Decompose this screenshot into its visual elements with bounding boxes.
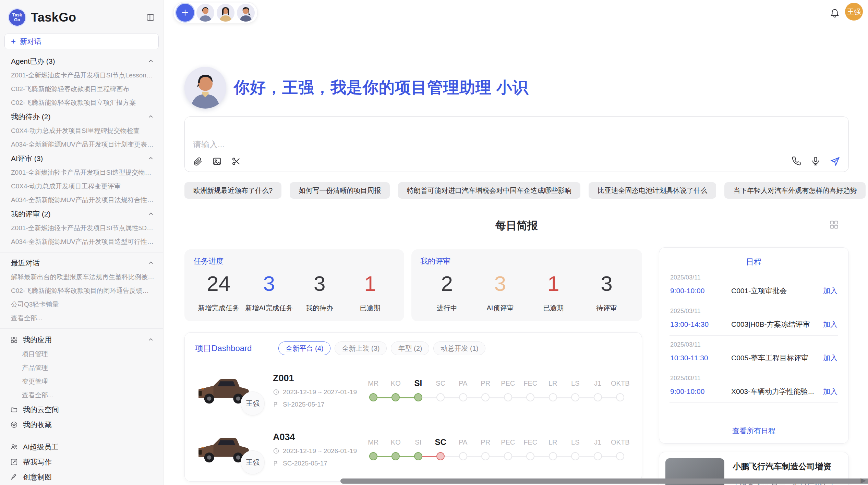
event-join-link[interactable]: 加入 xyxy=(823,353,837,363)
sidebar-collapse-icon[interactable] xyxy=(146,13,155,22)
event-time: 13:00-14:30 xyxy=(670,320,731,328)
dashboard-tabs: 全新平台 (4) 全新上装 (3) 年型 (2) 动总开发 (1) xyxy=(278,341,485,355)
sidebar-section: 我的待办 (2) C0X4-动力总成开发项目SI里程碑提交物检查 A034-全新… xyxy=(0,110,163,151)
milestone-label: MR xyxy=(362,377,385,389)
project-row[interactable]: 王强 A034 2023-12-19 ~ 2026-01-19 xyxy=(195,426,631,473)
flag-icon xyxy=(273,460,279,467)
sidebar-item-draw[interactable]: 创意制图 xyxy=(0,470,163,485)
event-join-link[interactable]: 加入 xyxy=(823,387,837,396)
attachment-icon[interactable] xyxy=(193,157,203,166)
daily-brief-title: 每日简报 xyxy=(184,219,849,233)
avatar[interactable] xyxy=(196,4,214,22)
image-icon[interactable] xyxy=(212,157,222,166)
sidebar-section-header[interactable]: 我的评审 (2) xyxy=(0,207,163,221)
recent-chat-item[interactable]: 公司Q3轻卡销量 xyxy=(0,298,163,311)
milestone-node xyxy=(549,393,557,401)
sidebar-task-item[interactable]: A034-全新新能源MUV产品开发项目造型可行性评审 xyxy=(0,235,163,249)
milestone-label: LS xyxy=(564,377,587,389)
chevron-up-icon[interactable] xyxy=(147,336,154,343)
stat-label: 进行中 xyxy=(420,303,473,313)
phone-icon[interactable] xyxy=(792,156,801,166)
sidebar-task-item[interactable]: A034-全新新能源MUV产品开发项目法规符合性评审 xyxy=(0,193,163,207)
app-child-item[interactable]: 项目管理 xyxy=(0,347,163,361)
app-child-item[interactable]: 查看全部... xyxy=(0,388,163,402)
send-icon[interactable] xyxy=(830,156,840,166)
sidebar-item-cloud-space[interactable]: 我的云空间 xyxy=(0,402,163,417)
suggestion-chip[interactable]: 如何写一份清晰的项目周报 xyxy=(290,182,390,199)
sidebar-section-header[interactable]: AI评审 (3) xyxy=(0,151,163,166)
favorites-icon xyxy=(10,421,18,428)
suggestion-chip[interactable]: 特朗普可能对进口汽车增税会对中国车企造成哪些影响 xyxy=(398,182,580,199)
milestone-label: PR xyxy=(474,436,497,448)
suggestion-chip[interactable]: 比亚迪全固态电池计划具体说了什么 xyxy=(589,182,716,199)
cloud-space-icon xyxy=(10,406,18,413)
layout-grid-icon[interactable] xyxy=(829,220,839,231)
app-child-item[interactable]: 变更管理 xyxy=(0,375,163,388)
avatar[interactable] xyxy=(217,4,234,22)
project-row[interactable]: 王强 Z001 2023-12-19 ~ 2027-01-19 xyxy=(195,367,631,414)
event-join-link[interactable]: 加入 xyxy=(823,320,837,329)
sidebar-task-item[interactable]: Z001-全新燃油皮卡产品开发项目SI节点Lesson Learn报告 xyxy=(0,69,163,82)
sidebar-section-header[interactable]: 我的待办 (2) xyxy=(0,110,163,124)
milestone-timeline: MR KO xyxy=(362,377,631,401)
sidebar-task-item[interactable]: C02-飞腾新能源轻客改款项目立项汇报方案 xyxy=(0,96,163,110)
chevron-up-icon[interactable] xyxy=(147,113,154,120)
people-icon xyxy=(10,443,18,451)
view-all-schedule-link[interactable]: 查看所有日程 xyxy=(670,421,838,438)
avatar[interactable] xyxy=(237,4,255,22)
project-flag-date: SC-2025-05-17 xyxy=(283,460,327,467)
microphone-icon[interactable] xyxy=(811,156,820,166)
logo-line-2: Go xyxy=(14,17,20,22)
scissors-icon[interactable] xyxy=(231,157,241,166)
dashboard-tab[interactable]: 动总开发 (1) xyxy=(433,341,485,355)
add-chat-button[interactable] xyxy=(176,4,194,22)
suggestion-chip[interactable]: 欧洲新规最近颁布了什么? xyxy=(184,182,281,199)
dashboard-tab[interactable]: 年型 (2) xyxy=(391,341,429,355)
event-join-link[interactable]: 加入 xyxy=(823,286,837,296)
scroll-right-arrow[interactable]: ▶ xyxy=(861,476,866,484)
recent-chat-item[interactable]: 解释最新出台的欧盟报废车法规再生塑料比例被调至15%... xyxy=(0,270,163,284)
project-info: A034 2023-12-19 ~ 2026-01-19 SC-2025-05-… xyxy=(273,432,359,467)
sidebar-item-ai-staff[interactable]: AI超级员工 xyxy=(0,439,163,455)
recent-chat-item[interactable]: 查看全部... xyxy=(0,311,163,325)
sidebar-task-item[interactable]: C02-飞腾新能源轻客改款项目里程碑画布 xyxy=(0,82,163,96)
sidebar-task-item[interactable]: Z001-全新燃油轻卡产品开发项目SI节点属性5D文件评审 xyxy=(0,221,163,235)
dashboard-tab[interactable]: 全新上装 (3) xyxy=(335,341,387,355)
new-chat-button[interactable]: + 新对话 xyxy=(4,34,159,49)
message-composer[interactable]: 请输入... xyxy=(184,116,849,172)
logo-line-1: Task xyxy=(12,13,22,17)
recent-chat-item[interactable]: C02-飞腾新能源轻客改款项目的闭环通告反馈情况 xyxy=(0,284,163,298)
sidebar-item-my-apps[interactable]: 我的应用 xyxy=(0,332,163,347)
write-icon xyxy=(10,458,18,466)
left-column: 任务进度 24 新增完成任务 3 xyxy=(184,249,642,485)
milestone-label: LS xyxy=(564,436,587,448)
sidebar-task-item[interactable]: C0X4-动力总成开发项目SI里程碑提交物检查 xyxy=(0,124,163,138)
chevron-up-icon[interactable] xyxy=(147,155,154,162)
milestone: OKTB xyxy=(609,377,632,401)
section-title: Agent已办 (3) xyxy=(11,57,55,66)
main-area: 王强 你好，王强，我是你的项目管理助理 小识 请输入... xyxy=(164,0,868,485)
sidebar-task-item[interactable]: Z001-全新燃油轻卡产品开发项目SI造型提交物评审 xyxy=(0,166,163,179)
chevron-up-icon[interactable] xyxy=(147,58,154,65)
sidebar-task-item[interactable]: C0X4-动力总成开发项目工程变更评审 xyxy=(0,179,163,193)
chevron-up-icon[interactable] xyxy=(147,211,154,217)
stat-label: 新增完成任务 xyxy=(193,303,244,313)
stat-item: 3 新增AI完成任务 xyxy=(244,269,294,313)
user-avatar[interactable]: 王强 xyxy=(845,3,863,21)
stat-item: 1 已逾期 xyxy=(527,269,580,313)
horizontal-scrollbar-thumb[interactable] xyxy=(340,478,868,484)
schedule-event: 2025/03/11 9:00-10:00 C001-立项审批会 加入 xyxy=(670,269,838,302)
app-child-item[interactable]: 产品管理 xyxy=(0,361,163,375)
notification-bell-icon[interactable] xyxy=(830,8,840,20)
taskgo-logo: Task Go xyxy=(9,9,25,26)
sidebar-section-header[interactable]: Agent已办 (3) xyxy=(0,54,163,69)
dashboard-tab[interactable]: 全新平台 (4) xyxy=(278,341,330,355)
chevron-up-icon[interactable] xyxy=(147,260,154,266)
sidebar-section-header-recent[interactable]: 最近对话 xyxy=(0,256,163,270)
sidebar-task-item[interactable]: A034-全新新能源MUV产品开发项目计划变更表编写 xyxy=(0,138,163,151)
milestone-node xyxy=(571,452,579,460)
sidebar-item-write[interactable]: 帮我写作 xyxy=(0,455,163,470)
section-title: 我的评审 (2) xyxy=(11,209,51,219)
sidebar-item-favorites[interactable]: 我的收藏 xyxy=(0,417,163,432)
suggestion-chip[interactable]: 当下年轻人对汽车外观有怎样的喜好趋势 xyxy=(724,182,866,199)
